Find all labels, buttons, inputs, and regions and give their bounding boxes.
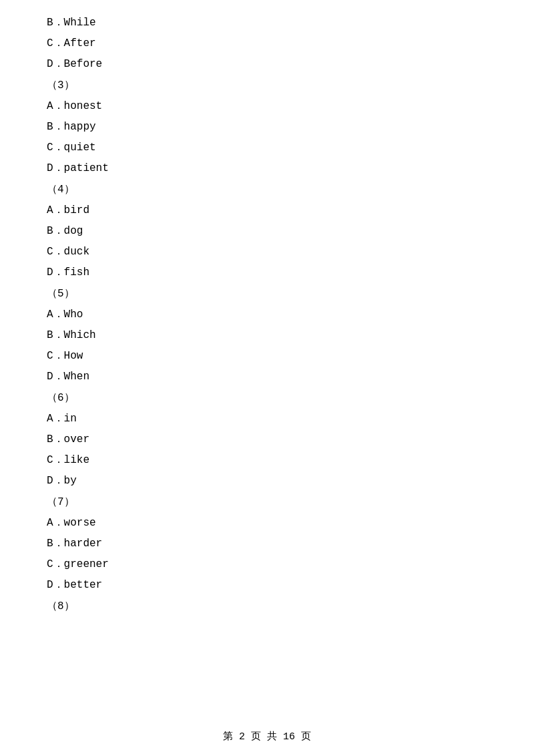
option-item: D．fish [47,263,487,282]
option-item: D．by [47,471,487,491]
option-item: C．like [47,451,487,470]
option-item: D．better [47,576,487,595]
section-label: （3） [47,76,487,96]
page-footer: 第 2 页 共 16 页 [0,730,534,743]
option-item: A．honest [47,97,487,116]
option-item: B．over [47,430,487,449]
section-label: （7） [47,493,487,512]
section-label: （5） [47,285,487,304]
option-item: A．bird [47,201,487,220]
option-item: D．Before [47,55,487,74]
option-item: C．After [47,34,487,53]
option-item: B．harder [47,534,487,554]
option-item: B．happy [47,118,487,137]
option-item: C．quiet [47,138,487,158]
section-label: （8） [47,597,487,616]
option-item: C．How [47,347,487,366]
option-item: B．While [47,13,487,33]
main-content: B．WhileC．AfterD．Before（3）A．honestB．happy… [0,0,534,658]
option-item: B．Which [47,326,487,345]
option-item: B．dog [47,222,487,241]
section-label: （4） [47,180,487,200]
option-item: A．worse [47,514,487,533]
option-item: D．patient [47,159,487,178]
option-item: A．Who [47,305,487,325]
footer-text: 第 2 页 共 16 页 [223,731,311,743]
option-item: D．When [47,367,487,387]
option-item: C．duck [47,242,487,262]
section-label: （6） [47,389,487,408]
option-item: C．greener [47,555,487,574]
option-item: A．in [47,409,487,429]
